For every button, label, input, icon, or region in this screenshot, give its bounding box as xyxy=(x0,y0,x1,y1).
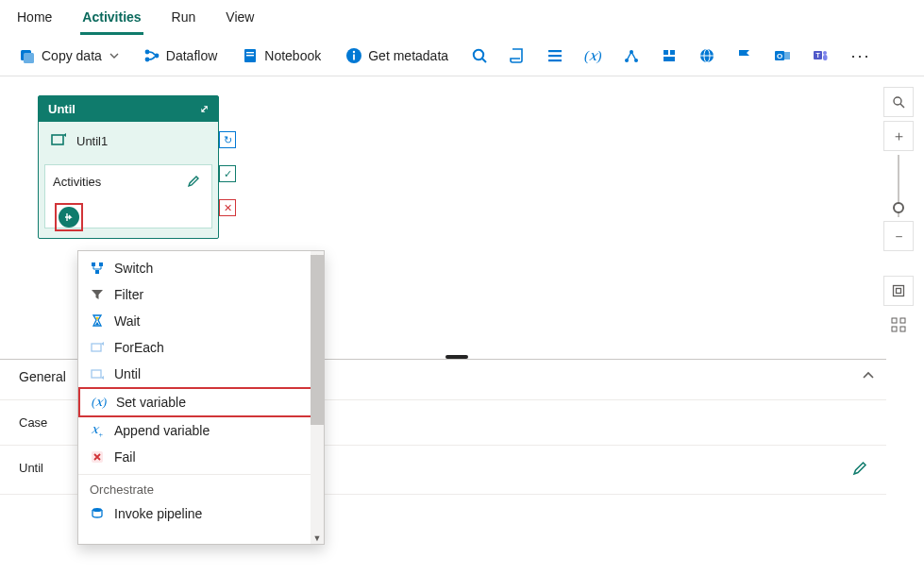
zoom-slider[interactable] xyxy=(898,155,899,217)
list-icon[interactable] xyxy=(543,43,567,68)
info-icon xyxy=(345,47,362,64)
edit-activities-button[interactable] xyxy=(183,171,204,192)
properties-tab-general[interactable]: General xyxy=(19,369,66,390)
svg-point-3 xyxy=(144,58,149,62)
dropdown-item-label: ForEach xyxy=(114,340,164,355)
until-card-title: Until xyxy=(48,102,76,116)
property-value-until[interactable]: tivities xyxy=(264,461,852,479)
connector-retry-icon[interactable]: ↻ xyxy=(219,131,236,148)
until-icon xyxy=(90,366,105,381)
tab-run[interactable]: Run xyxy=(170,6,198,35)
until-loop-icon xyxy=(50,131,67,151)
toolbar: Copy data Dataflow Notebook Get metadata… xyxy=(0,36,924,76)
pipeline-icon xyxy=(90,506,105,521)
zoom-slider-handle[interactable] xyxy=(893,202,904,213)
collapse-panel-button[interactable] xyxy=(862,369,875,385)
dropdown-item-label: Fail xyxy=(114,449,136,465)
top-tabbar: Home Activities Run View xyxy=(0,0,924,36)
switch-icon xyxy=(90,261,105,276)
tab-activities[interactable]: Activities xyxy=(80,6,143,35)
svg-rect-33 xyxy=(92,262,95,266)
svg-rect-32 xyxy=(52,135,63,144)
dropdown-item-foreach[interactable]: ForEach xyxy=(78,334,324,361)
svg-point-11 xyxy=(474,50,483,59)
svg-rect-14 xyxy=(548,55,562,57)
until-activities-box: Activities xyxy=(44,164,212,228)
tab-home[interactable]: Home xyxy=(15,6,54,35)
zoom-in-button[interactable]: ＋ xyxy=(883,121,914,151)
get-metadata-button[interactable]: Get metadata xyxy=(340,43,454,68)
chevron-down-icon xyxy=(109,51,119,60)
svg-line-12 xyxy=(482,59,486,62)
dropdown-group-header: Orchestrate xyxy=(78,474,324,500)
dataflow-button[interactable]: Dataflow xyxy=(138,43,223,68)
tab-view[interactable]: View xyxy=(224,6,256,35)
activities-label: Activities xyxy=(53,175,101,189)
variable-brackets-icon[interactable]: (𝑥) xyxy=(580,43,605,68)
svg-rect-44 xyxy=(892,318,897,323)
svg-rect-15 xyxy=(548,59,562,61)
copy-data-button[interactable]: Copy data xyxy=(13,43,125,68)
globe-icon[interactable] xyxy=(695,43,719,68)
svg-rect-19 xyxy=(664,50,668,55)
connector-success-icon[interactable]: ✓ xyxy=(219,165,236,182)
dropdown-item-label: Filter xyxy=(114,287,143,302)
scroll-thumb[interactable] xyxy=(311,255,324,425)
svg-point-40 xyxy=(894,97,901,105)
expand-icon[interactable]: ⤢ xyxy=(200,103,209,115)
append-icon: 𝑥+ xyxy=(90,423,105,438)
fail-icon xyxy=(90,449,105,465)
search-icon[interactable] xyxy=(467,43,492,68)
activity-item-icon[interactable] xyxy=(59,207,79,228)
dropdown-scrollbar[interactable]: ▲ ▼ xyxy=(311,251,324,544)
copy-data-label: Copy data xyxy=(42,48,102,63)
svg-rect-43 xyxy=(897,289,901,294)
svg-point-2 xyxy=(144,50,149,55)
edit-property-button[interactable] xyxy=(852,461,867,479)
teams-icon[interactable]: T xyxy=(808,43,832,68)
until-card-header: Until ⤢ xyxy=(39,96,218,122)
zoom-out-button[interactable]: － xyxy=(883,221,914,251)
dropdown-item-fail[interactable]: Fail xyxy=(78,444,324,470)
script-icon[interactable] xyxy=(505,43,529,68)
activity-picker-dropdown: SwitchFilterWaitForEachUntil(𝑥)Set varia… xyxy=(77,250,325,545)
property-value-case[interactable] xyxy=(264,415,867,430)
svg-rect-34 xyxy=(99,262,103,266)
flag-icon[interactable] xyxy=(732,43,757,68)
svg-rect-27 xyxy=(784,52,790,59)
dropdown-item-label: Until xyxy=(114,366,141,381)
dropdown-item-label: Invoke pipeline xyxy=(114,506,202,521)
wait-icon xyxy=(90,313,105,329)
svg-rect-1 xyxy=(24,53,34,63)
svg-rect-35 xyxy=(95,270,99,274)
svg-line-41 xyxy=(900,104,904,108)
copy-data-icon xyxy=(19,47,36,64)
svg-rect-31 xyxy=(823,55,828,60)
zoom-search-button[interactable] xyxy=(883,87,914,117)
until-activity-card[interactable]: Until ⤢ Until1 Activities xyxy=(38,95,219,239)
svg-rect-7 xyxy=(246,55,254,56)
connector-fail-icon[interactable]: ✕ xyxy=(219,199,236,216)
notebook-button[interactable]: Notebook xyxy=(236,43,327,68)
dropdown-item-until[interactable]: Until xyxy=(78,361,324,387)
zoom-minimap-button[interactable] xyxy=(883,310,914,340)
svg-text:T: T xyxy=(815,52,820,59)
dropdown-item-switch[interactable]: Switch xyxy=(78,255,324,281)
dropdown-item-set-variable[interactable]: (𝑥)Set variable xyxy=(78,387,324,417)
notebook-icon xyxy=(242,47,259,64)
dropdown-item-wait[interactable]: Wait xyxy=(78,308,324,334)
dropdown-item-append-variable[interactable]: 𝑥+Append variable xyxy=(78,417,324,444)
dropdown-item-invoke-pipeline[interactable]: Invoke pipeline xyxy=(78,500,324,527)
outlook-icon[interactable]: O xyxy=(770,43,795,68)
zoom-fit-button[interactable] xyxy=(883,276,914,306)
graph-icon[interactable] xyxy=(619,43,644,68)
svg-rect-47 xyxy=(900,327,905,331)
scroll-down-arrow[interactable]: ▼ xyxy=(312,533,322,543)
databricks-icon[interactable] xyxy=(657,43,681,68)
notebook-label: Notebook xyxy=(264,48,321,63)
until-card-name-row: Until1 xyxy=(39,122,218,164)
more-button[interactable]: ··· xyxy=(846,46,877,66)
until-activity-name: Until1 xyxy=(76,134,108,148)
dropdown-item-label: Wait xyxy=(114,313,140,329)
dropdown-item-filter[interactable]: Filter xyxy=(78,281,324,308)
